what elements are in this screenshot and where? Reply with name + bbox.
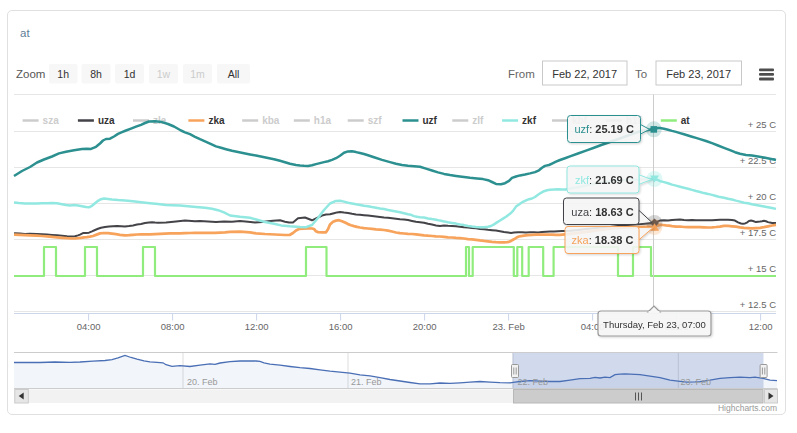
svg-text:23. Feb: 23. Feb [492, 321, 524, 332]
svg-text:zka: zka [208, 115, 225, 126]
svg-text:+ 12.5 C: + 12.5 C [740, 299, 776, 310]
svg-text:Highcharts.com: Highcharts.com [718, 403, 777, 413]
svg-text:+ 25 C: + 25 C [748, 119, 776, 130]
svg-text:1d: 1d [124, 68, 136, 80]
svg-text:Thursday, Feb 23, 07:00: Thursday, Feb 23, 07:00 [603, 319, 706, 330]
svg-text:All: All [228, 68, 240, 80]
svg-text:22. Feb: 22. Feb [518, 377, 549, 387]
svg-text:at: at [681, 115, 691, 126]
svg-text:h1a: h1a [314, 115, 332, 126]
svg-text:+ 20 C: + 20 C [748, 191, 776, 202]
svg-text:zka: 18.38 C: zka: 18.38 C [572, 234, 634, 246]
svg-text:12:00: 12:00 [245, 321, 269, 332]
svg-text:szf: szf [368, 115, 383, 126]
svg-text:Zoom: Zoom [16, 68, 45, 80]
svg-text:sza: sza [43, 115, 60, 126]
svg-text:at: at [20, 27, 30, 39]
svg-text:uzf: 25.19 C: uzf: 25.19 C [575, 123, 634, 135]
svg-text:Feb 22, 2017: Feb 22, 2017 [552, 68, 617, 80]
svg-text:04:00: 04:00 [77, 321, 101, 332]
svg-text:12:00: 12:00 [749, 321, 773, 332]
svg-text:1w: 1w [157, 68, 171, 80]
svg-text:uza: uza [98, 115, 115, 126]
svg-text:zkf: zkf [522, 115, 537, 126]
svg-text:20:00: 20:00 [413, 321, 437, 332]
svg-text:kba: kba [262, 115, 280, 126]
svg-text:zlf: zlf [472, 115, 484, 126]
svg-text:08:00: 08:00 [161, 321, 185, 332]
svg-text:Feb 23, 2017: Feb 23, 2017 [666, 68, 731, 80]
svg-text:To: To [635, 68, 647, 80]
svg-text:1m: 1m [190, 68, 205, 80]
svg-text:zkf: 21.69 C: zkf: 21.69 C [575, 174, 634, 186]
svg-text:20. Feb: 20. Feb [187, 377, 218, 387]
svg-text:1h: 1h [57, 68, 69, 80]
svg-text:uzf: uzf [423, 115, 438, 126]
svg-text:8h: 8h [90, 68, 102, 80]
svg-text:From: From [508, 68, 535, 80]
svg-text:+ 15 C: + 15 C [748, 263, 776, 274]
svg-text:uza: 18.63 C: uza: 18.63 C [571, 206, 633, 218]
svg-text:16:00: 16:00 [329, 321, 353, 332]
svg-text:21. Feb: 21. Feb [351, 377, 382, 387]
svg-text:23. Feb: 23. Feb [681, 377, 712, 387]
